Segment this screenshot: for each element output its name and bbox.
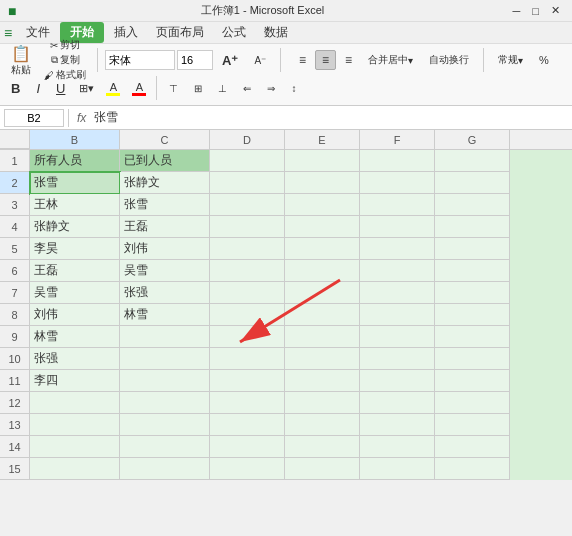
cell-d7[interactable] bbox=[210, 282, 285, 304]
close-icon[interactable]: ✕ bbox=[547, 4, 564, 17]
cell-d6[interactable] bbox=[210, 260, 285, 282]
cell-e9[interactable] bbox=[285, 326, 360, 348]
indent-decrease-button[interactable]: ⇐ bbox=[236, 80, 258, 97]
cell-e11[interactable] bbox=[285, 370, 360, 392]
cell-g12[interactable] bbox=[435, 392, 510, 414]
cell-e3[interactable] bbox=[285, 194, 360, 216]
cell-d3[interactable] bbox=[210, 194, 285, 216]
col-header-c[interactable]: C bbox=[120, 130, 210, 149]
align-right-button[interactable]: ≡ bbox=[338, 50, 359, 70]
cell-g15[interactable] bbox=[435, 458, 510, 480]
align-center-button[interactable]: ≡ bbox=[315, 50, 336, 70]
cell-c10[interactable] bbox=[120, 348, 210, 370]
border-button[interactable]: ⊞▾ bbox=[74, 80, 99, 97]
cell-f10[interactable] bbox=[360, 348, 435, 370]
cell-g7[interactable] bbox=[435, 282, 510, 304]
font-color-button[interactable]: A bbox=[127, 79, 151, 98]
cell-e4[interactable] bbox=[285, 216, 360, 238]
wrap-text-button[interactable]: 自动换行 bbox=[422, 50, 476, 70]
cell-b7[interactable]: 吴雪 bbox=[30, 282, 120, 304]
font-name-input[interactable] bbox=[105, 50, 175, 70]
fill-color-button[interactable]: A bbox=[101, 79, 125, 98]
indent-increase-button[interactable]: ⇒ bbox=[260, 80, 282, 97]
cell-c6[interactable]: 吴雪 bbox=[120, 260, 210, 282]
cell-e15[interactable] bbox=[285, 458, 360, 480]
cell-f5[interactable] bbox=[360, 238, 435, 260]
cell-f13[interactable] bbox=[360, 414, 435, 436]
cell-g13[interactable] bbox=[435, 414, 510, 436]
cell-b1[interactable]: 所有人员 bbox=[30, 150, 120, 172]
cell-c13[interactable] bbox=[120, 414, 210, 436]
minimize-icon[interactable]: ─ bbox=[509, 5, 525, 17]
cell-d5[interactable] bbox=[210, 238, 285, 260]
copy-button[interactable]: ⧉ 复制 bbox=[40, 53, 90, 67]
cell-b5[interactable]: 李昊 bbox=[30, 238, 120, 260]
cell-f12[interactable] bbox=[360, 392, 435, 414]
cell-f14[interactable] bbox=[360, 436, 435, 458]
number-format-button[interactable]: 常规 ▾ bbox=[491, 50, 530, 70]
cell-b14[interactable] bbox=[30, 436, 120, 458]
cell-e6[interactable] bbox=[285, 260, 360, 282]
row-header-8[interactable]: 8 bbox=[0, 304, 29, 326]
cell-g10[interactable] bbox=[435, 348, 510, 370]
cell-c8[interactable]: 林雪 bbox=[120, 304, 210, 326]
cell-e8[interactable] bbox=[285, 304, 360, 326]
cell-g6[interactable] bbox=[435, 260, 510, 282]
cell-d15[interactable] bbox=[210, 458, 285, 480]
font-size-up-button[interactable]: A⁺ bbox=[215, 50, 245, 71]
row-header-12[interactable]: 12 bbox=[0, 392, 29, 414]
align-bottom-button[interactable]: ⊥ bbox=[211, 80, 234, 97]
cell-f4[interactable] bbox=[360, 216, 435, 238]
align-middle-button[interactable]: ⊞ bbox=[187, 80, 209, 97]
cell-g1[interactable] bbox=[435, 150, 510, 172]
cell-d4[interactable] bbox=[210, 216, 285, 238]
col-header-d[interactable]: D bbox=[210, 130, 285, 149]
cell-g14[interactable] bbox=[435, 436, 510, 458]
row-header-15[interactable]: 15 bbox=[0, 458, 29, 480]
cell-c15[interactable] bbox=[120, 458, 210, 480]
cell-f15[interactable] bbox=[360, 458, 435, 480]
cell-c9[interactable] bbox=[120, 326, 210, 348]
cell-b10[interactable]: 张强 bbox=[30, 348, 120, 370]
cell-b4[interactable]: 张静文 bbox=[30, 216, 120, 238]
formula-input[interactable] bbox=[94, 109, 568, 127]
cell-b13[interactable] bbox=[30, 414, 120, 436]
row-header-2[interactable]: 2 bbox=[0, 172, 29, 194]
cell-c11[interactable] bbox=[120, 370, 210, 392]
cell-c3[interactable]: 张雪 bbox=[120, 194, 210, 216]
row-header-7[interactable]: 7 bbox=[0, 282, 29, 304]
row-header-11[interactable]: 11 bbox=[0, 370, 29, 392]
cell-g11[interactable] bbox=[435, 370, 510, 392]
cell-g5[interactable] bbox=[435, 238, 510, 260]
row-header-14[interactable]: 14 bbox=[0, 436, 29, 458]
cell-e2[interactable] bbox=[285, 172, 360, 194]
col-header-b[interactable]: B bbox=[30, 130, 120, 149]
row-header-4[interactable]: 4 bbox=[0, 216, 29, 238]
col-header-f[interactable]: F bbox=[360, 130, 435, 149]
cell-f9[interactable] bbox=[360, 326, 435, 348]
bold-button[interactable]: B bbox=[4, 79, 27, 98]
cell-e13[interactable] bbox=[285, 414, 360, 436]
cell-d1[interactable] bbox=[210, 150, 285, 172]
cell-c5[interactable]: 刘伟 bbox=[120, 238, 210, 260]
cell-e1[interactable] bbox=[285, 150, 360, 172]
cell-g4[interactable] bbox=[435, 216, 510, 238]
cell-c4[interactable]: 王磊 bbox=[120, 216, 210, 238]
cell-f1[interactable] bbox=[360, 150, 435, 172]
col-header-g[interactable]: G bbox=[435, 130, 510, 149]
font-size-down-button[interactable]: A⁻ bbox=[247, 52, 273, 69]
merge-center-button[interactable]: 合并居中 ▾ bbox=[361, 50, 420, 70]
cell-e12[interactable] bbox=[285, 392, 360, 414]
cell-b12[interactable] bbox=[30, 392, 120, 414]
cell-c2[interactable]: 张静文 bbox=[120, 172, 210, 194]
cell-g9[interactable] bbox=[435, 326, 510, 348]
cell-c1[interactable]: 已到人员 bbox=[120, 150, 210, 172]
underline-button[interactable]: U bbox=[49, 79, 72, 98]
cell-b15[interactable] bbox=[30, 458, 120, 480]
cell-f7[interactable] bbox=[360, 282, 435, 304]
cell-b9[interactable]: 林雪 bbox=[30, 326, 120, 348]
align-left-button[interactable]: ≡ bbox=[292, 50, 313, 70]
text-direction-button[interactable]: ↕ bbox=[284, 80, 303, 97]
cell-d10[interactable] bbox=[210, 348, 285, 370]
cell-f2[interactable] bbox=[360, 172, 435, 194]
